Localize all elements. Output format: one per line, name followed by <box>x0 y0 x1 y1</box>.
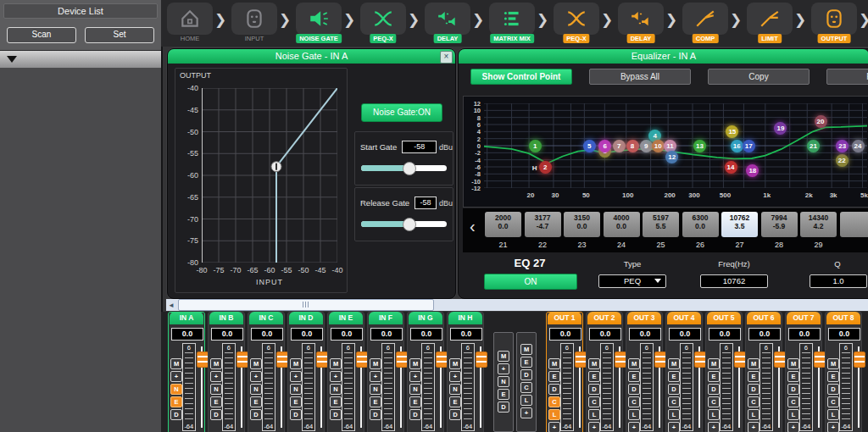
channel-gain-value[interactable]: 0.0 <box>291 328 323 341</box>
channel-button-L[interactable]: L <box>588 409 600 420</box>
channel-button-+[interactable]: + <box>409 371 421 382</box>
channel-tab[interactable]: IN B <box>209 312 243 324</box>
toolbar-item-limit[interactable]: LIMIT <box>746 3 793 42</box>
toolbar-item-peq-x[interactable]: PEQ-X <box>553 3 600 42</box>
noise-gate-plot[interactable]: -40-45-50-55-60-65-70-75-80-80-75-70-65-… <box>202 88 337 263</box>
release-gate-slider-knob[interactable] <box>403 218 416 231</box>
channel-button-D[interactable]: D <box>787 384 799 395</box>
channel-button-C[interactable]: C <box>708 396 720 407</box>
channel-strip-out-8[interactable]: OUT 80.0MEDCL+6-64 <box>825 312 862 432</box>
channel-button-N[interactable]: N <box>250 384 262 395</box>
channel-button-C[interactable]: C <box>787 396 799 407</box>
channel-strip-in-h[interactable]: IN H0.0M+NED6-64 <box>447 312 484 432</box>
channel-button-+[interactable]: + <box>370 371 381 382</box>
toolbar-item-noise-gate[interactable]: NOISE GATE <box>295 3 342 42</box>
band-cell-next[interactable] <box>840 212 868 237</box>
eq-control-point-22[interactable]: 22 <box>836 154 849 167</box>
channel-button-M[interactable]: M <box>498 351 509 362</box>
channel-strip-out-5[interactable]: OUT 50.0MEDCL+6-64 <box>705 312 743 432</box>
channel-button-D[interactable]: D <box>290 409 302 420</box>
channel-button-+[interactable]: + <box>250 371 262 382</box>
channel-gain-value[interactable]: 0.0 <box>171 328 203 341</box>
eq-control-point-2[interactable]: 2H <box>539 161 552 174</box>
channel-gain-value[interactable]: 0.0 <box>251 328 283 341</box>
channel-button-N[interactable]: N <box>449 384 461 395</box>
toolbar-item-input[interactable]: INPUT <box>231 3 278 42</box>
channel-button-E[interactable]: E <box>330 396 342 407</box>
channel-button-D[interactable]: D <box>520 369 532 380</box>
paste-button[interactable]: Paste <box>826 69 868 85</box>
channel-button-E[interactable]: E <box>827 371 839 382</box>
channel-button-M[interactable]: M <box>827 358 839 369</box>
channel-button-N[interactable]: N <box>330 384 342 395</box>
channel-button-+[interactable]: + <box>668 422 680 432</box>
toolbar-item-home[interactable]: HOME <box>166 3 214 42</box>
eq-control-point-17[interactable]: 17 <box>743 140 755 152</box>
fader-handle[interactable] <box>575 352 587 368</box>
channel-button-M[interactable]: M <box>628 358 640 369</box>
channel-button-C[interactable]: C <box>668 396 680 407</box>
channel-button-N[interactable]: N <box>170 384 182 395</box>
channel-button-M[interactable]: M <box>748 358 760 369</box>
channel-button-M[interactable]: M <box>409 358 421 369</box>
channel-button-D[interactable]: D <box>748 384 760 395</box>
channel-button-D[interactable]: D <box>668 384 680 395</box>
channel-tab[interactable]: OUT 1 <box>548 312 581 324</box>
channel-button-N[interactable]: N <box>370 384 381 395</box>
channel-button-M[interactable]: M <box>290 358 302 369</box>
channel-tab[interactable]: IN E <box>329 312 363 324</box>
fader-handle[interactable] <box>476 352 487 368</box>
channel-button-D[interactable]: D <box>409 409 421 420</box>
eq-on-button[interactable]: ON <box>484 274 577 290</box>
eq-control-point-9[interactable]: 9 <box>640 140 653 152</box>
eq-control-point-16[interactable]: 16 <box>731 140 743 152</box>
channel-button-E[interactable]: E <box>409 396 421 407</box>
fader-handle[interactable] <box>236 352 248 368</box>
eq-control-point-24[interactable]: 24 <box>852 140 865 152</box>
copy-button[interactable]: Copy <box>708 69 810 85</box>
scrollbar-thumb[interactable] <box>178 299 434 311</box>
channel-button-C[interactable]: C <box>548 396 560 407</box>
band-cell-23[interactable]: 31500.0 <box>564 212 600 237</box>
channel-button-D[interactable]: D <box>250 409 262 420</box>
set-button[interactable]: Set <box>85 27 154 43</box>
channel-button-C[interactable]: C <box>588 396 600 407</box>
channel-button-E[interactable]: E <box>290 396 302 407</box>
eq-control-point-1[interactable]: 1 <box>529 140 542 152</box>
channel-button-E[interactable]: E <box>668 371 680 382</box>
channel-button-D[interactable]: D <box>449 409 461 420</box>
channel-button-M[interactable]: M <box>548 358 560 369</box>
channel-button-D[interactable]: D <box>330 409 342 420</box>
channel-button-C[interactable]: C <box>827 396 839 407</box>
fader-handle[interactable] <box>356 352 368 368</box>
channel-tab[interactable]: OUT 5 <box>707 312 741 324</box>
channel-button-M[interactable]: M <box>330 358 342 369</box>
eq-control-point-5[interactable]: 5 <box>583 140 596 152</box>
channel-tab[interactable]: OUT 7 <box>787 312 821 324</box>
channel-button-M[interactable]: M <box>588 358 600 369</box>
band-cell-21[interactable]: 20000.0 <box>485 212 521 237</box>
channel-strip-in-c[interactable]: IN C0.0M+NED6-64 <box>248 312 285 432</box>
channel-strip-in-d[interactable]: IN D0.0M+NED6-64 <box>287 312 325 432</box>
channel-button-+[interactable]: + <box>548 422 560 432</box>
channel-button-M[interactable]: M <box>708 358 720 369</box>
toolbar-item-comp[interactable]: COMP <box>682 3 729 42</box>
channel-button-C[interactable]: C <box>748 396 760 407</box>
fader-handle[interactable] <box>615 352 626 368</box>
band-cell-22[interactable]: 3177-4.7 <box>525 212 561 237</box>
eq-plot-area[interactable]: 12H3567894101112131415161718192120222324 <box>484 103 867 188</box>
release-gate-value[interactable]: -58 <box>415 197 437 209</box>
channel-button-E[interactable]: E <box>548 371 560 382</box>
channel-button-+[interactable]: + <box>330 371 342 382</box>
eq-control-point-12[interactable]: 12 <box>665 151 678 163</box>
fader-handle[interactable] <box>316 352 328 368</box>
channel-gain-value[interactable]: 0.0 <box>788 328 821 341</box>
fader-handle[interactable] <box>694 352 706 368</box>
channel-tab[interactable]: IN F <box>369 312 403 324</box>
channel-button-L[interactable]: L <box>520 395 532 406</box>
channel-strip-out-2[interactable]: OUT 20.0MEDCL+6-64 <box>586 312 623 432</box>
channel-button-M[interactable]: M <box>370 358 381 369</box>
channel-button-+[interactable]: + <box>588 422 600 432</box>
channel-tab[interactable]: OUT 6 <box>747 312 781 324</box>
toolbar-item-peq-x[interactable]: PEQ-X <box>359 3 407 42</box>
